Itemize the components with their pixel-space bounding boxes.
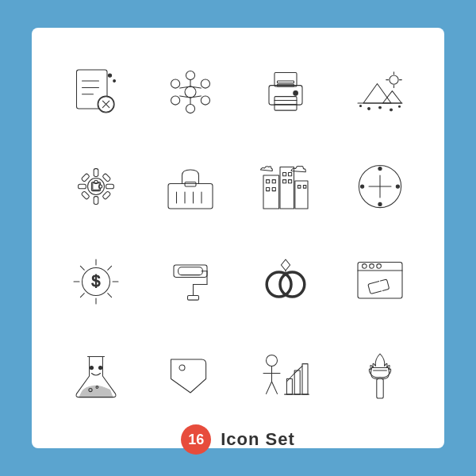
svg-rect-49	[81, 174, 90, 182]
svg-point-78	[378, 167, 382, 171]
svg-point-42	[360, 105, 362, 106]
rings-icon	[245, 241, 326, 322]
svg-rect-51	[81, 191, 90, 200]
svg-rect-46	[94, 197, 98, 205]
svg-rect-98	[188, 295, 199, 300]
close-tag-icon: CLOSE	[151, 336, 232, 417]
svg-rect-65	[266, 180, 269, 183]
svg-rect-57	[185, 182, 196, 187]
svg-rect-74	[303, 186, 306, 189]
svg-rect-62	[263, 175, 279, 209]
molecule-icon	[151, 52, 232, 132]
svg-marker-37	[383, 90, 402, 102]
svg-line-121	[266, 382, 271, 393]
svg-line-19	[190, 96, 201, 98]
svg-rect-45	[94, 169, 98, 177]
svg-point-113	[90, 367, 93, 370]
dollar-sun-icon: $	[56, 241, 136, 322]
svg-text:$: $	[91, 271, 100, 289]
svg-rect-72	[288, 180, 291, 183]
svg-point-8	[108, 74, 111, 77]
add-circle-icon	[340, 147, 421, 228]
svg-point-9	[113, 79, 115, 82]
svg-rect-68	[272, 188, 275, 191]
svg-rect-50	[102, 174, 111, 182]
svg-rect-70	[288, 173, 291, 176]
svg-rect-71	[282, 180, 286, 183]
svg-point-81	[397, 185, 400, 188]
svg-point-16	[171, 79, 180, 88]
toolbox-icon	[151, 147, 232, 228]
svg-point-13	[202, 96, 210, 105]
count-badge: 16	[181, 424, 211, 455]
svg-rect-56	[168, 184, 213, 209]
svg-rect-108	[368, 279, 390, 294]
svg-point-26	[294, 90, 298, 95]
svg-rect-66	[272, 180, 275, 183]
svg-point-14	[186, 104, 195, 113]
svg-rect-47	[78, 184, 86, 189]
svg-line-89	[80, 293, 84, 297]
svg-point-79	[378, 203, 382, 206]
svg-line-87	[107, 293, 111, 297]
svg-line-88	[107, 266, 111, 270]
svg-rect-29	[277, 81, 294, 83]
svg-line-86	[80, 266, 84, 270]
icons-grid: $	[56, 52, 420, 416]
svg-point-11	[186, 71, 195, 79]
svg-point-105	[363, 263, 367, 268]
svg-rect-127	[377, 379, 383, 399]
svg-point-12	[202, 79, 210, 88]
svg-point-80	[361, 185, 364, 188]
printer-icon	[245, 52, 326, 132]
svg-point-41	[390, 109, 393, 111]
svg-point-106	[370, 263, 374, 268]
svg-point-10	[185, 86, 196, 98]
svg-point-31	[390, 75, 398, 84]
svg-rect-125	[302, 364, 308, 395]
svg-point-114	[98, 367, 102, 370]
svg-text:CLOSE: CLOSE	[178, 375, 198, 382]
svg-rect-25	[274, 96, 297, 110]
svg-point-118	[266, 355, 277, 367]
document-error-icon	[56, 52, 136, 132]
torch-icon	[340, 336, 421, 417]
icon-set-card: $	[32, 28, 444, 448]
desert-landscape-icon	[340, 52, 421, 132]
svg-line-122	[271, 382, 277, 393]
settings-puzzle-icon	[56, 147, 136, 228]
svg-point-43	[399, 106, 401, 107]
footer: 16 Icon Set	[181, 424, 295, 455]
svg-rect-93	[178, 267, 203, 275]
svg-line-21	[180, 96, 190, 98]
city-buildings-icon	[245, 147, 326, 228]
svg-line-22	[180, 86, 190, 88]
svg-rect-52	[102, 191, 111, 200]
svg-rect-48	[106, 184, 113, 189]
svg-rect-124	[294, 370, 300, 394]
svg-marker-101	[281, 259, 290, 271]
svg-rect-73	[298, 186, 301, 189]
statistics-person-icon	[245, 336, 326, 417]
svg-rect-69	[282, 173, 286, 176]
svg-point-40	[379, 106, 382, 109]
browser-edit-icon	[340, 241, 421, 322]
footer-label: Icon Set	[221, 429, 295, 450]
svg-rect-67	[266, 188, 269, 191]
svg-point-107	[377, 263, 382, 268]
svg-point-39	[368, 107, 370, 109]
svg-point-115	[179, 365, 185, 370]
paint-roller-icon	[151, 241, 232, 322]
svg-point-15	[171, 96, 180, 105]
lab-flask-icon	[56, 336, 136, 417]
svg-marker-36	[363, 83, 391, 103]
svg-line-18	[190, 86, 201, 88]
